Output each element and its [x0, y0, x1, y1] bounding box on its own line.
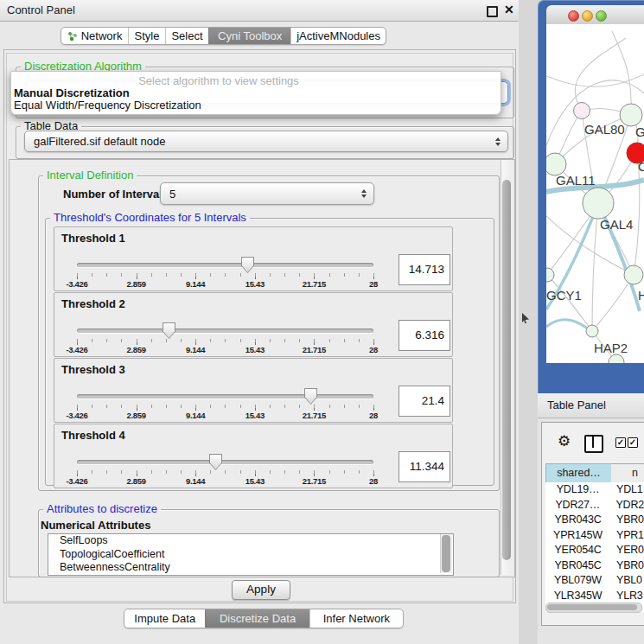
threshold-3-value-field[interactable]: 21.4	[399, 386, 450, 417]
node-label-gal4: GAL4	[600, 217, 633, 232]
tab-discretize-data-label: Discretize Data	[220, 612, 296, 625]
node-label-gal80: GAL80	[584, 122, 625, 137]
list-item[interactable]: TopologicalCoefficient	[48, 548, 453, 562]
threshold-4-value-field[interactable]: 11.344	[399, 451, 450, 482]
tab-cyni-toolbox-label: Cyni Toolbox	[218, 29, 282, 42]
table-row[interactable]: YDR27…YDR2	[545, 498, 644, 513]
number-of-intervals-label: Number of Intervals	[63, 188, 169, 201]
bottom-tab-bar: Impute Data Discretize Data Infer Networ…	[124, 609, 404, 628]
node-gal80[interactable]	[574, 103, 590, 119]
threshold-4-label: Threshold 4	[61, 429, 125, 442]
menu-item-manual-discretization[interactable]: Manual Discretization	[14, 86, 130, 99]
slider-scale-labels: -3.4262.8599.14415.4321.71528	[77, 279, 373, 290]
column-header-shared-name[interactable]: shared…	[545, 463, 612, 483]
node-gal4[interactable]	[583, 188, 614, 219]
control-panel-titlebar: Control Panel ✕	[0, 0, 519, 22]
close-traffic-light[interactable]	[568, 10, 579, 22]
tab-jactivemnodules-label: jActiveMNodules	[296, 29, 380, 42]
control-panel-title: Control Panel	[7, 3, 75, 16]
table-row[interactable]: YER054CYER0	[545, 543, 644, 558]
tab-impute-data-label: Impute Data	[134, 612, 195, 625]
interval-definition-title: Interval Definition	[43, 169, 137, 182]
threshold-4-panel: Threshold 4 -3.4262.8599.14415.4321.7152…	[54, 424, 453, 488]
gear-icon[interactable]: ⚙	[558, 433, 571, 450]
table-row[interactable]: YDL19…YDL1	[545, 482, 644, 498]
tab-style-label: Style	[134, 29, 159, 42]
screen: Control Panel ✕ Network Style Select Cyn…	[0, 0, 644, 644]
threshold-1-slider-thumb[interactable]	[241, 257, 254, 273]
table-data-combobox[interactable]: galFiltered.sif default node	[24, 131, 508, 152]
attributes-group-title: Attributes to discretize	[43, 503, 161, 515]
threshold-2-slider[interactable]	[77, 328, 373, 333]
tab-impute-data[interactable]: Impute Data	[124, 609, 205, 628]
node-label-h: H	[638, 288, 644, 303]
table-row[interactable]: YPR145WYPR1	[545, 528, 644, 544]
apply-button[interactable]: Apply	[232, 580, 290, 600]
table-panel-titlebar: Table Panel	[538, 393, 644, 418]
threshold-4-slider[interactable]	[77, 460, 373, 464]
threshold-3-label: Threshold 3	[61, 363, 125, 376]
threshold-4-slider-thumb[interactable]	[209, 454, 222, 470]
slider-ticks	[77, 273, 374, 277]
tab-infer-network[interactable]: Infer Network	[309, 609, 403, 628]
table-panel-title: Table Panel	[547, 399, 606, 411]
menu-item-equal-width-frequency[interactable]: Equal Width/Frequency Discretization	[14, 99, 201, 112]
columns-icon[interactable]	[584, 435, 603, 453]
checkbox-icon[interactable]: ✓	[615, 437, 626, 448]
number-of-intervals-combobox[interactable]: 5	[160, 182, 374, 205]
algorithm-dropdown-popup: Select algorithm to view settings Manual…	[10, 71, 501, 115]
node-label-c: C	[638, 159, 644, 174]
network-nodes[interactable]	[546, 103, 644, 364]
node-h[interactable]	[624, 265, 643, 284]
spinner-arrows-icon	[495, 137, 501, 146]
threshold-2-value-field[interactable]: 6.316	[399, 320, 450, 351]
spinner-arrows-icon	[361, 189, 367, 198]
table-horizontal-scrollbar-thumb[interactable]	[547, 604, 637, 610]
table-row[interactable]: YBR045CYBR0	[545, 558, 644, 574]
network-window-titlebar[interactable]	[546, 5, 644, 25]
tab-jactivemnodules[interactable]: jActiveMNodules	[290, 28, 386, 44]
list-item[interactable]: SelfLoops	[48, 534, 453, 548]
threshold-1-value-field[interactable]: 14.713	[399, 254, 450, 285]
column-header-name[interactable]: n	[611, 463, 644, 483]
list-item[interactable]: BetweennessCentrality	[48, 561, 453, 575]
attributes-list-scrollbar-thumb[interactable]	[442, 535, 450, 572]
threshold-3-panel: Threshold 3 -3.4262.8599.14415.4321.7152…	[54, 358, 453, 423]
tab-select-label: Select	[171, 29, 202, 42]
tab-style[interactable]: Style	[128, 28, 165, 44]
threshold-1-slider[interactable]	[77, 263, 373, 267]
zoom-traffic-light[interactable]	[596, 10, 607, 22]
tab-discretize-data[interactable]: Discretize Data	[205, 609, 309, 628]
desktop-background	[519, 0, 538, 644]
node-hap2[interactable]	[586, 325, 598, 337]
checkbox-icon[interactable]: ✓	[628, 437, 638, 448]
threshold-2-slider-thumb[interactable]	[163, 322, 175, 339]
vertical-scrollbar-thumb[interactable]	[502, 180, 511, 560]
tab-infer-network-label: Infer Network	[323, 612, 390, 625]
tab-network-label: Network	[81, 29, 123, 42]
network-canvas[interactable]: GAL80 GA GAL11 C GAL4 GCY1 H HAP2	[546, 24, 644, 363]
table-row[interactable]: YLR345WYLR3	[545, 589, 644, 604]
slider-scale-labels: -3.4262.8599.14415.4321.71528	[77, 411, 373, 421]
slider-scale-labels: -3.4262.8599.14415.4321.71528	[77, 476, 373, 487]
node-gcy1[interactable]	[546, 268, 554, 282]
table-row[interactable]: YBL079WYBL0	[545, 573, 644, 589]
table-row[interactable]: YBR043CYBR0	[545, 513, 644, 528]
node-label-gal11: GAL11	[556, 173, 596, 188]
algorithm-hint: Select algorithm to view settings	[11, 74, 426, 87]
threshold-3-slider-thumb[interactable]	[304, 388, 317, 405]
float-window-icon[interactable]	[487, 6, 498, 17]
tab-select[interactable]: Select	[165, 28, 208, 44]
minimize-traffic-light[interactable]	[582, 10, 593, 22]
numerical-attributes-list[interactable]: SelfLoops TopologicalCoefficient Between…	[48, 533, 454, 576]
threshold-1-panel: Threshold 1 -3.4262.8599.14415.4321.7152…	[54, 226, 453, 291]
node-label-hap2: HAP2	[594, 341, 628, 355]
close-icon[interactable]: ✕	[504, 3, 514, 16]
slider-ticks	[77, 470, 374, 474]
control-panel: Control Panel ✕ Network Style Select Cyn…	[0, 0, 520, 644]
tab-network[interactable]: Network	[61, 28, 128, 44]
node-label-gcy1: GCY1	[546, 288, 582, 303]
tab-cyni-toolbox[interactable]: Cyni Toolbox	[208, 28, 290, 44]
threshold-3-slider[interactable]	[77, 394, 373, 399]
table-data-value: galFiltered.sif default node	[25, 135, 495, 148]
